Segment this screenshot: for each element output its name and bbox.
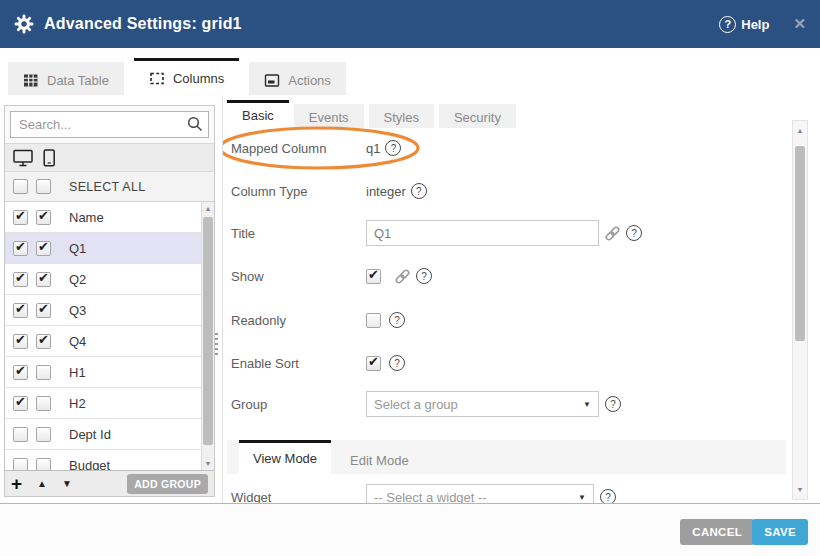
move-down-button[interactable]: ▼ [62,478,72,489]
desktop-checkbox[interactable]: ✔ [13,241,28,256]
select-all-label: SELECT ALL [69,180,145,194]
desktop-checkbox[interactable]: ✔ [13,396,28,411]
column-label: Q3 [69,303,86,318]
close-icon[interactable]: ✕ [793,15,806,33]
desktop-checkbox[interactable]: ✔ [13,365,28,380]
help-icon[interactable]: ? [411,183,427,199]
help-icon[interactable]: ? [605,396,621,412]
mobile-checkbox[interactable]: ✔ [36,365,51,380]
chevron-down-icon: ▼ [583,400,591,409]
widget-select[interactable]: -- Select a widget -- ▼ [366,484,594,503]
help-icon[interactable]: ? [389,312,405,328]
desktop-checkbox[interactable]: ✔ [13,458,28,471]
mobile-checkbox[interactable]: ✔ [36,303,51,318]
column-label: Q4 [69,334,86,349]
actions-icon [264,73,280,88]
desktop-icon[interactable] [13,149,34,167]
help-link[interactable]: Help [741,17,769,32]
help-icon[interactable]: ? [416,268,432,284]
list-item[interactable]: ✔ ✔ Q3 [5,295,214,326]
desktop-checkbox[interactable]: ✔ [13,210,28,225]
save-button[interactable]: SAVE [752,519,808,545]
column-label: H1 [69,365,86,380]
mobile-checkbox[interactable]: ✔ [36,272,51,287]
desktop-checkbox[interactable]: ✔ [13,427,28,442]
settings-subtabs: Basic Events Styles Security [227,100,516,128]
columns-list-panel: ✔ ✔ SELECT ALL ✔ ✔ Name ✔ ✔ Q1 ✔ ✔ Q2 ✔ [4,105,215,497]
list-scrollbar[interactable]: ▲ ▼ [201,202,214,470]
show-checkbox[interactable]: ✔ [366,269,381,284]
readonly-checkbox[interactable]: ✔ [366,313,381,328]
mobile-checkbox[interactable]: ✔ [36,241,51,256]
select-all-row: ✔ ✔ SELECT ALL [5,172,214,202]
scrollbar-thumb[interactable] [795,146,805,341]
mobile-icon[interactable] [43,149,56,167]
scrollbar-thumb[interactable] [203,217,213,445]
group-select-value: Select a group [374,397,458,412]
field-show: Show ✔ ? [231,263,782,289]
help-icon[interactable]: ? [626,225,642,241]
mobile-checkbox[interactable]: ✔ [36,334,51,349]
list-item[interactable]: ✔ ✔ Budget [5,450,214,470]
enable-sort-checkbox[interactable]: ✔ [366,356,381,371]
scroll-up-icon[interactable]: ▲ [793,127,807,134]
field-column-type: Column Type integer ? [231,178,782,204]
mobile-checkbox[interactable]: ✔ [36,458,51,471]
search-input[interactable] [10,111,209,138]
gear-icon [14,14,34,34]
move-up-button[interactable]: ▲ [37,478,47,489]
help-circle-icon[interactable]: ? [719,16,736,33]
column-label: Dept Id [69,427,111,442]
cancel-button[interactable]: CANCEL [680,519,754,545]
select-all-desktop-checkbox[interactable]: ✔ [13,179,28,194]
field-readonly: Readonly ✔ ? [231,307,782,333]
dialog-header: Advanced Settings: grid1 ? Help ✕ [0,0,820,48]
help-icon[interactable]: ? [385,140,401,156]
list-item[interactable]: ✔ ✔ H2 [5,388,214,419]
tab-edit-mode[interactable]: Edit Mode [336,444,423,474]
column-type-value: integer [366,184,406,199]
list-item[interactable]: ✔ ✔ H1 [5,357,214,388]
tab-data-table[interactable]: Data Table [8,62,124,95]
panel-resize-handle[interactable] [215,333,218,355]
link-icon[interactable] [604,225,621,242]
column-label: Name [69,210,104,225]
list-item[interactable]: ✔ ✔ Dept Id [5,419,214,450]
add-column-button[interactable]: + [11,475,22,493]
help-icon[interactable]: ? [600,489,616,503]
group-select[interactable]: Select a group ▼ [366,391,599,417]
list-item[interactable]: ✔ ✔ Q1 [5,233,214,264]
select-all-mobile-checkbox[interactable]: ✔ [36,179,51,194]
panel-scrollbar[interactable]: ▲ ▼ [792,120,808,500]
desktop-checkbox[interactable]: ✔ [13,303,28,318]
list-item[interactable]: ✔ ✔ Name [5,202,214,233]
tab-columns[interactable]: Columns [134,58,239,95]
field-group: Group Select a group ▼ ? [231,391,782,417]
subtab-events[interactable]: Events [294,104,364,128]
list-item[interactable]: ✔ ✔ Q2 [5,264,214,295]
field-enable-sort: Enable Sort ✔ ? [231,350,782,376]
link-icon[interactable] [394,268,411,285]
mobile-checkbox[interactable]: ✔ [36,396,51,411]
add-group-button[interactable]: ADD GROUP [127,474,208,494]
desktop-checkbox[interactable]: ✔ [13,272,28,287]
scroll-down-icon[interactable]: ▼ [793,486,807,493]
mobile-checkbox[interactable]: ✔ [36,427,51,442]
scroll-down-icon[interactable]: ▼ [202,460,214,467]
page-title: Advanced Settings: grid1 [44,15,242,33]
list-item[interactable]: ✔ ✔ Q4 [5,326,214,357]
subtab-styles[interactable]: Styles [369,104,434,128]
dialog-content: ✔ ✔ SELECT ALL ✔ ✔ Name ✔ ✔ Q1 ✔ ✔ Q2 ✔ [0,95,820,504]
column-list: ✔ ✔ Name ✔ ✔ Q1 ✔ ✔ Q2 ✔ ✔ Q3 ✔ ✔ [5,202,214,470]
subtab-security[interactable]: Security [439,104,516,128]
title-input[interactable] [366,220,599,246]
help-icon[interactable]: ? [389,355,405,371]
scroll-up-icon[interactable]: ▲ [202,205,214,212]
subtab-basic[interactable]: Basic [227,100,289,128]
tab-view-mode[interactable]: View Mode [239,440,331,474]
desktop-checkbox[interactable]: ✔ [13,334,28,349]
search-icon[interactable] [186,115,204,133]
tab-actions[interactable]: Actions [249,62,346,95]
field-title: Title ? [231,220,782,246]
mobile-checkbox[interactable]: ✔ [36,210,51,225]
